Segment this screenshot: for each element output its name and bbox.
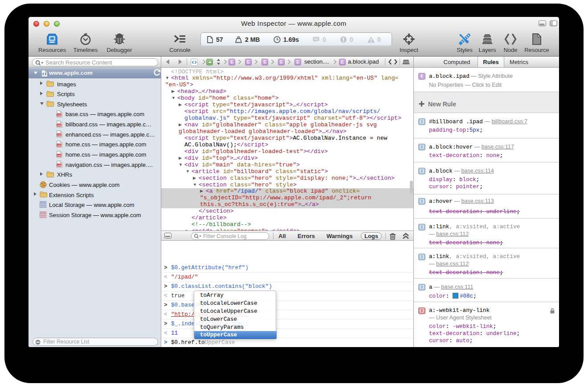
svg-text:css: css xyxy=(57,144,61,146)
svg-text:css: css xyxy=(57,133,61,136)
svg-text:css: css xyxy=(57,164,61,166)
svg-text:css: css xyxy=(57,154,61,157)
svg-text:css: css xyxy=(57,124,61,126)
svg-text:css: css xyxy=(57,113,61,116)
